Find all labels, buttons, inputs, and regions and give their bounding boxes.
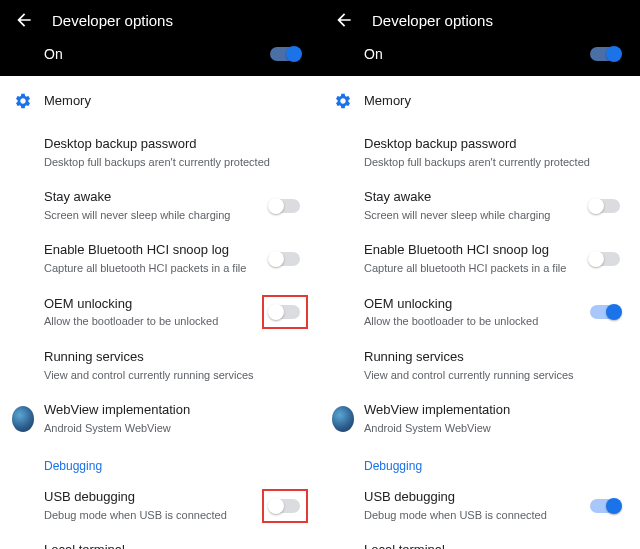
setting-subtitle: Desktop full backups aren't currently pr… <box>44 155 292 169</box>
toggle-usb[interactable] <box>270 499 300 513</box>
setting-title: USB debugging <box>364 489 582 506</box>
setting-subtitle: View and control currently running servi… <box>364 368 612 382</box>
toggle-usb[interactable] <box>590 499 620 513</box>
screen-right: Developer optionsOnMemoryDesktop backup … <box>320 0 640 549</box>
toggle-stay_awake[interactable] <box>270 199 300 213</box>
toggle-oem[interactable] <box>590 305 620 319</box>
setting-subtitle: View and control currently running servi… <box>44 368 292 382</box>
setting-subtitle: Capture all bluetooth HCI packets in a f… <box>364 261 582 275</box>
screen-left: Developer optionsOnMemoryDesktop backup … <box>0 0 320 549</box>
app-header: Developer optionsOn <box>320 0 640 76</box>
setting-subtitle: Screen will never sleep while charging <box>44 208 262 222</box>
setting-terminal[interactable]: Local terminalEnable terminal app that o… <box>0 532 320 549</box>
setting-subtitle: Debug mode when USB is connected <box>364 508 582 522</box>
setting-usb[interactable]: USB debuggingDebug mode when USB is conn… <box>320 479 640 532</box>
setting-title: WebView implementation <box>364 402 612 419</box>
back-arrow-icon[interactable] <box>14 10 34 30</box>
setting-title: Local terminal <box>364 542 582 549</box>
setting-title: Desktop backup password <box>44 136 292 153</box>
webview-icon <box>332 408 354 430</box>
back-arrow-icon[interactable] <box>334 10 354 30</box>
setting-running[interactable]: Running servicesView and control current… <box>0 339 320 392</box>
toggle-oem[interactable] <box>270 305 300 319</box>
setting-memory[interactable]: Memory <box>0 76 320 126</box>
setting-title: OEM unlocking <box>44 296 262 313</box>
setting-title: Stay awake <box>44 189 262 206</box>
setting-subtitle: Desktop full backups aren't currently pr… <box>364 155 612 169</box>
setting-title: WebView implementation <box>44 402 292 419</box>
setting-backup[interactable]: Desktop backup passwordDesktop full back… <box>320 126 640 179</box>
setting-title: Memory <box>44 93 292 110</box>
master-toggle[interactable] <box>590 47 620 61</box>
setting-title: Local terminal <box>44 542 262 549</box>
setting-subtitle: Debug mode when USB is connected <box>44 508 262 522</box>
setting-title: OEM unlocking <box>364 296 582 313</box>
setting-oem[interactable]: OEM unlockingAllow the bootloader to be … <box>0 286 320 339</box>
setting-title: Enable Bluetooth HCI snoop log <box>44 242 262 259</box>
setting-title: Desktop backup password <box>364 136 612 153</box>
setting-subtitle: Capture all bluetooth HCI packets in a f… <box>44 261 262 275</box>
setting-stay_awake[interactable]: Stay awakeScreen will never sleep while … <box>0 179 320 232</box>
setting-subtitle: Allow the bootloader to be unlocked <box>44 314 262 328</box>
master-switch-label: On <box>44 46 63 62</box>
setting-title: Running services <box>364 349 612 366</box>
setting-stay_awake[interactable]: Stay awakeScreen will never sleep while … <box>320 179 640 232</box>
section-header-debugging: Debugging <box>320 445 640 479</box>
setting-subtitle: Android System WebView <box>44 421 292 435</box>
master-toggle[interactable] <box>270 47 300 61</box>
setting-title: Enable Bluetooth HCI snoop log <box>364 242 582 259</box>
setting-subtitle: Allow the bootloader to be unlocked <box>364 314 582 328</box>
master-switch-label: On <box>364 46 383 62</box>
setting-running[interactable]: Running servicesView and control current… <box>320 339 640 392</box>
setting-usb[interactable]: USB debuggingDebug mode when USB is conn… <box>0 479 320 532</box>
setting-title: USB debugging <box>44 489 262 506</box>
toggle-bt_snoop[interactable] <box>270 252 300 266</box>
setting-webview[interactable]: WebView implementationAndroid System Web… <box>320 392 640 445</box>
setting-backup[interactable]: Desktop backup passwordDesktop full back… <box>0 126 320 179</box>
toggle-bt_snoop[interactable] <box>590 252 620 266</box>
setting-title: Stay awake <box>364 189 582 206</box>
setting-webview[interactable]: WebView implementationAndroid System Web… <box>0 392 320 445</box>
gear-icon <box>12 90 34 112</box>
app-header: Developer optionsOn <box>0 0 320 76</box>
section-header-debugging: Debugging <box>0 445 320 479</box>
setting-title: Memory <box>364 93 612 110</box>
page-title: Developer options <box>52 12 173 29</box>
setting-bt_snoop[interactable]: Enable Bluetooth HCI snoop logCapture al… <box>320 232 640 285</box>
setting-subtitle: Android System WebView <box>364 421 612 435</box>
toggle-stay_awake[interactable] <box>590 199 620 213</box>
gear-icon <box>332 90 354 112</box>
setting-bt_snoop[interactable]: Enable Bluetooth HCI snoop logCapture al… <box>0 232 320 285</box>
setting-memory[interactable]: Memory <box>320 76 640 126</box>
setting-terminal[interactable]: Local terminalEnable terminal app that o… <box>320 532 640 549</box>
webview-icon <box>12 408 34 430</box>
page-title: Developer options <box>372 12 493 29</box>
setting-title: Running services <box>44 349 292 366</box>
setting-subtitle: Screen will never sleep while charging <box>364 208 582 222</box>
setting-oem[interactable]: OEM unlockingAllow the bootloader to be … <box>320 286 640 339</box>
